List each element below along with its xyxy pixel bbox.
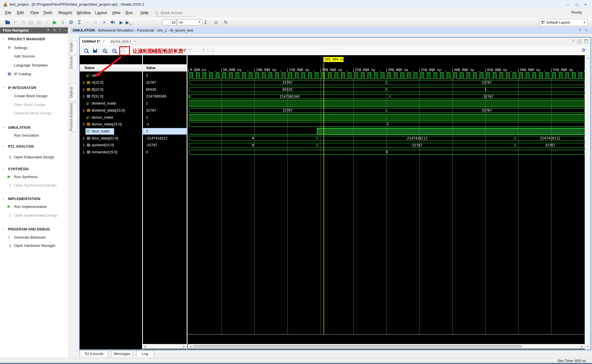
flow-item-open-synthesized-design[interactable]: Open Synthesized Design: [14, 183, 56, 187]
undo-icon[interactable]: ↶: [12, 17, 19, 27]
scroll-down-icon[interactable]: ▼: [587, 345, 589, 348]
validate-disabled-icon[interactable]: ×: [84, 17, 91, 27]
expand-chevron[interactable]: ❯: [82, 94, 85, 98]
close-icon[interactable]: ×: [585, 27, 587, 34]
flow-item-language-templates[interactable]: Language Templates: [14, 63, 48, 67]
value-horizontal-scrollbar[interactable]: ◀ ▶: [142, 344, 187, 349]
flow-item-generate-block-design[interactable]: Generate Block Design: [14, 111, 52, 115]
flow-item-run-implementation[interactable]: Run Implementation: [14, 205, 47, 209]
side-tab-scope[interactable]: Scope: [69, 41, 78, 54]
menu-edit[interactable]: Edit: [17, 10, 24, 15]
quick-access-input[interactable]: [160, 10, 195, 15]
section-collapse-icon[interactable]: ⌄: [2, 85, 5, 89]
menu-reports[interactable]: Reports: [58, 10, 72, 15]
expand-chevron[interactable]: ❯: [9, 155, 11, 159]
bottom-tab-tcl-console[interactable]: Tcl Console: [80, 350, 108, 357]
run-for-time-icon[interactable]: ▶(T): [125, 17, 132, 27]
signal-row[interactable]: ❯divisor_tdata[15:0]: [80, 121, 142, 128]
flow-item-add-sources[interactable]: Add Sources: [14, 54, 35, 58]
name-column-header[interactable]: Name: [85, 66, 94, 70]
signal-row[interactable]: ❯quotient[15:0]: [80, 142, 142, 149]
expand-chevron[interactable]: ❯: [82, 143, 85, 147]
delete-icon[interactable]: ×: [43, 17, 51, 27]
section-project-manager[interactable]: PROJECT MANAGER: [8, 37, 45, 41]
scroll-right-icon[interactable]: ▶: [581, 345, 583, 348]
signal-row[interactable]: dividend_tvalid: [80, 100, 142, 107]
restart-simulation-icon[interactable]: �|◀: [109, 17, 116, 27]
signal-value-cell[interactable]: -2147418112: [143, 135, 187, 142]
signal-row[interactable]: ❯B[15:0]: [80, 86, 142, 93]
menu-help[interactable]: Help: [140, 10, 149, 15]
menu-tools[interactable]: Tools: [43, 10, 52, 15]
float-icon[interactable]: [578, 39, 581, 43]
run-icon[interactable]: ▶: [51, 17, 59, 27]
signal-name[interactable]: A[15:0]: [92, 80, 103, 85]
report-sigma-icon[interactable]: Σ: [76, 17, 83, 27]
section-synthesis[interactable]: SYNTHESIS: [8, 167, 29, 171]
signal-row[interactable]: ❯P[31:0]: [80, 93, 142, 100]
signal-row[interactable]: ❯remainder[15:0]: [80, 149, 142, 156]
side-tab-protocol-instances[interactable]: Protocol Instances: [69, 103, 78, 132]
bottom-tab-log[interactable]: Log: [136, 350, 154, 357]
collapse-all-icon[interactable]: ⇞: [47, 28, 50, 32]
paste-icon[interactable]: ▥: [35, 17, 43, 27]
flow-item-open-hardware-manager[interactable]: Open Hardware Manager: [14, 243, 56, 248]
step-time-icon[interactable]: ↧: [202, 17, 209, 27]
section-collapse-icon[interactable]: ⌄: [2, 196, 5, 200]
signal-row[interactable]: dout_tvalid: [80, 128, 142, 135]
signal-row[interactable]: ❯dout_tdata[31:0]: [80, 135, 142, 142]
zoom-out-icon[interactable]: −: [110, 45, 118, 55]
signal-value-cell[interactable]: 1: [143, 114, 187, 121]
section-ip-integrator[interactable]: IP INTEGRATOR: [8, 86, 36, 90]
expand-chevron[interactable]: ❯: [9, 244, 11, 247]
step-into-icon[interactable]: ⇩: [59, 17, 67, 27]
signal-name[interactable]: dividend_tdata[15:0]: [92, 108, 125, 112]
close-tab-icon[interactable]: ×: [103, 39, 105, 43]
signal-value-cell[interactable]: 1: [143, 128, 187, 135]
signal-name[interactable]: quotient[15:0]: [92, 143, 114, 147]
flow-item-create-block-design[interactable]: Create Block Design: [14, 94, 48, 98]
close-tab-icon[interactable]: ×: [134, 39, 136, 43]
scroll-up-icon[interactable]: ▲: [587, 57, 589, 59]
section-simulation[interactable]: SIMULATION: [8, 125, 30, 130]
time-unit-select[interactable]: us ▼: [177, 19, 203, 25]
signal-row[interactable]: ❯dividend_tdata[15:0]: [80, 107, 142, 114]
swap-cursors-icon[interactable]: |↔|: [207, 45, 215, 55]
bottom-tab-messages[interactable]: Messages: [111, 350, 133, 357]
flow-item-run-synthesis[interactable]: Run Synthesis: [14, 175, 38, 179]
next-marker-icon[interactable]: →Γ: [198, 45, 206, 55]
maximize-icon[interactable]: [584, 39, 588, 43]
menu-file[interactable]: File: [5, 10, 12, 15]
expand-chevron[interactable]: ❯: [82, 150, 85, 154]
open-project-icon[interactable]: [4, 17, 11, 27]
expand-chevron[interactable]: ❯: [82, 88, 85, 91]
signal-value-cell[interactable]: 2147385345: [143, 93, 187, 100]
section-program-and-debug[interactable]: PROGRAM AND DEBUG: [8, 227, 50, 231]
sim-time-input[interactable]: [162, 19, 177, 25]
signal-value-cell[interactable]: -32767: [143, 142, 187, 149]
signal-name[interactable]: dout_tvalid: [92, 129, 109, 133]
settings-gear-icon[interactable]: ⚙: [67, 17, 75, 27]
layout-selector[interactable]: Default Layout ▼: [539, 19, 588, 26]
expand-chevron[interactable]: ❯: [82, 81, 85, 84]
menu-view[interactable]: View: [112, 10, 120, 15]
side-tab-sources[interactable]: Sources: [69, 56, 78, 69]
signal-value-cell[interactable]: -1: [143, 121, 187, 128]
expand-chevron[interactable]: ❯: [82, 136, 85, 140]
flow-item-ip-catalog[interactable]: IP Catalog: [14, 72, 31, 76]
expand-chevron[interactable]: ❯: [9, 183, 11, 187]
scrollbar-thumb[interactable]: [193, 345, 522, 348]
signal-row[interactable]: clk: [80, 72, 142, 79]
value-column-header[interactable]: Value: [146, 66, 156, 70]
find-icon[interactable]: [82, 45, 90, 55]
menu-window[interactable]: Window: [77, 10, 91, 15]
section-collapse-icon[interactable]: ⌄: [2, 144, 5, 148]
quick-access[interactable]: [154, 10, 195, 17]
run-all-icon[interactable]: ▶: [118, 17, 125, 27]
flow-item-open-elaborated-design[interactable]: Open Elaborated Design: [14, 155, 54, 159]
signal-value-cell[interactable]: 1: [143, 100, 187, 107]
previous-marker-icon[interactable]: Γ←: [189, 45, 196, 55]
expand-chevron[interactable]: ❯: [82, 108, 85, 112]
expand-chevron[interactable]: ❯: [9, 214, 11, 217]
signal-name[interactable]: P[31:0]: [92, 94, 103, 98]
